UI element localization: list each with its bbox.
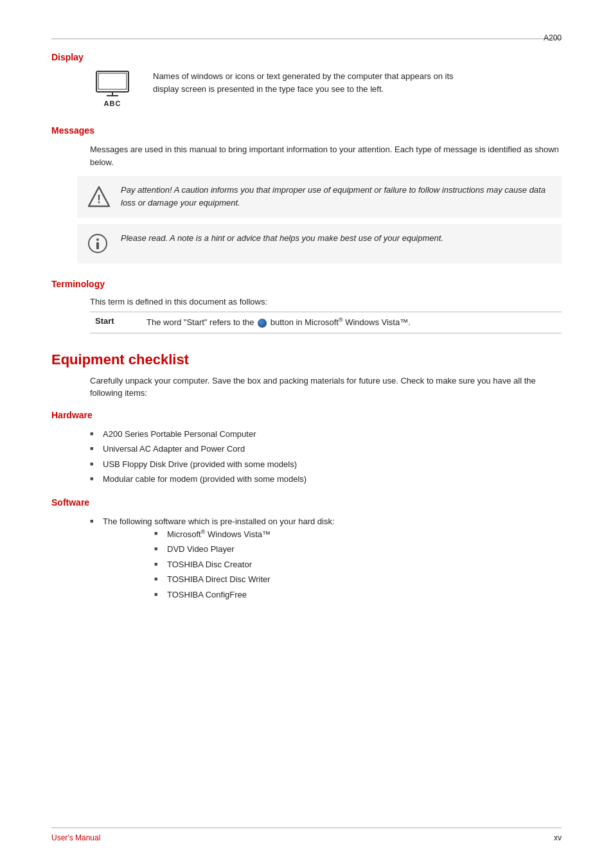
software-list: The following software which is pre-inst… — [90, 515, 562, 601]
caution-message-box: ! Pay attention! A caution informs you t… — [77, 176, 562, 218]
equipment-intro: Carefully unpack your computer. Save the… — [90, 375, 562, 400]
messages-intro: Messages are used in this manual to brin… — [90, 143, 562, 168]
top-rule — [51, 39, 562, 39]
svg-text:!: ! — [97, 193, 101, 206]
software-intro-text: The following software which is pre-inst… — [103, 517, 335, 526]
term-label: Start — [90, 312, 141, 333]
list-item: TOSHIBA Direct Disc Writer — [154, 573, 562, 586]
equipment-title: Equipment checklist — [51, 351, 562, 368]
footer-manual-label: User's Manual — [51, 833, 100, 842]
hardware-subsection: Hardware A200 Series Portable Personal C… — [51, 410, 562, 486]
terminology-row: Start The word "Start" refers to the but… — [90, 312, 562, 333]
display-icon-area: ABC — [90, 70, 135, 107]
terminology-table: Start The word "Start" refers to the but… — [90, 312, 562, 333]
term-desc: The word "Start" refers to the button in… — [141, 312, 562, 333]
display-section: Display ABC Names of windows or icons or… — [51, 52, 562, 107]
display-content: ABC Names of windows or icons or text ge… — [90, 70, 562, 107]
software-title: Software — [51, 497, 562, 508]
list-item: A200 Series Portable Personal Computer — [90, 428, 562, 441]
monitor-icon — [95, 70, 130, 97]
list-item: USB Floppy Disk Drive (provided with som… — [90, 458, 562, 471]
software-sub-list: Microsoft® Windows Vista™ DVD Video Play… — [154, 527, 562, 601]
caution-text: Pay attention! A caution informs you tha… — [121, 184, 551, 209]
svg-point-7 — [96, 238, 99, 241]
terminology-title: Terminology — [51, 279, 562, 289]
info-circle-icon — [87, 233, 108, 254]
page: A200 Display ABC Names of windows or ico… — [0, 0, 613, 868]
footer-page-number: xv — [554, 833, 562, 842]
list-item: TOSHIBA Disc Creator — [154, 558, 562, 571]
windows-start-button-icon — [258, 319, 267, 328]
abc-label: ABC — [104, 100, 121, 107]
svg-rect-1 — [98, 73, 127, 89]
software-subsection: Software The following software which is… — [51, 497, 562, 601]
info-icon-area — [87, 233, 112, 256]
note-message-box: Please read. A note is a hint or advice … — [77, 224, 562, 263]
hardware-title: Hardware — [51, 410, 562, 420]
term-desc-prefix: The word "Start" refers to the — [147, 317, 254, 327]
list-item: TOSHIBA ConfigFree — [154, 589, 562, 601]
list-item: Microsoft® Windows Vista™ — [154, 527, 562, 540]
list-item: DVD Video Player — [154, 543, 562, 556]
warning-triangle-icon: ! — [87, 185, 111, 208]
messages-section: Messages Messages are used in this manua… — [51, 125, 562, 263]
list-item: Modular cable for modem (provided with s… — [90, 473, 562, 486]
svg-rect-8 — [96, 242, 99, 249]
equipment-section: Equipment checklist Carefully unpack you… — [51, 351, 562, 601]
footer: User's Manual xv — [51, 828, 562, 842]
display-description: Names of windows or icons or text genera… — [153, 70, 461, 95]
messages-title: Messages — [51, 125, 562, 136]
page-id: A200 — [544, 33, 562, 42]
terminology-section: Terminology This term is defined in this… — [51, 279, 562, 333]
list-item: The following software which is pre-inst… — [90, 515, 562, 601]
term-desc-suffix: button in Microsoft® Windows Vista™. — [271, 317, 411, 327]
warning-icon-area: ! — [87, 185, 112, 210]
list-item: Universal AC Adapter and Power Cord — [90, 443, 562, 456]
terminology-intro: This term is defined in this document as… — [90, 297, 562, 306]
note-text: Please read. A note is a hint or advice … — [121, 232, 443, 245]
hardware-list: A200 Series Portable Personal Computer U… — [90, 428, 562, 486]
sw-item-0: Microsoft® Windows Vista™ — [167, 529, 271, 539]
display-title: Display — [51, 52, 562, 62]
svg-rect-0 — [96, 71, 129, 92]
